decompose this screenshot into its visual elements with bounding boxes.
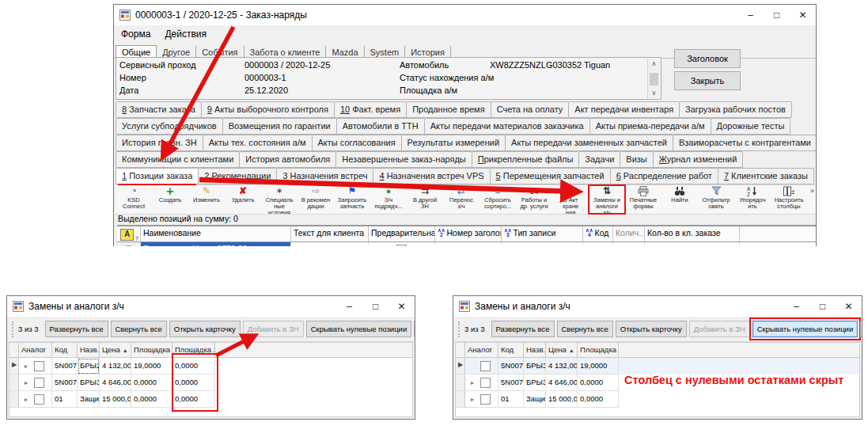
toolbar-button-to-recommendation-arrow[interactable]: ⇨В рекомен дации (298, 185, 334, 214)
menu-item-Действия[interactable]: Действия (157, 27, 214, 41)
toolbar-button-binoculars[interactable]: Найти (661, 185, 698, 214)
parts-row[interactable]: ▶5N007...БРЫЗ...4 132,0019,0000 (456, 358, 859, 374)
maximize-button[interactable]: □ (362, 296, 389, 317)
close-button[interactable]: ✕ (389, 296, 415, 317)
parts-column-header[interactable]: Площадка 1 (131, 343, 172, 357)
grid-column-header[interactable]: Наименование (141, 226, 291, 241)
toolbar-button-works-services[interactable]: ЗчРаботы и др. услуги (516, 185, 552, 214)
detail-tab[interactable]: Счета на оплату (491, 101, 570, 118)
parts-button-скрывать-нулевые-позиции[interactable]: Скрывать нулевые позиции (752, 321, 859, 337)
form-tab[interactable]: История (405, 46, 451, 58)
detail-tab[interactable]: 8 Запчасти заказа (116, 101, 202, 118)
detail-tab[interactable]: Коммуникации с клиентами (116, 151, 240, 168)
parts-button-открыть-карточку[interactable]: Открыть карточку (616, 321, 687, 337)
detail-tab[interactable]: Акты передачи материалов заказчика (424, 118, 590, 135)
detail-tab[interactable]: 2 Рекомендации (198, 168, 277, 184)
parts-column-header[interactable]: Цена▲ (100, 343, 131, 357)
grid-column-header[interactable]: Текст для клиента (291, 226, 369, 241)
detail-tab[interactable]: Акты приема-передачи а/м (589, 118, 711, 135)
detail-tab[interactable]: Акты согласования (312, 135, 402, 151)
side-button-header[interactable]: Заголовок (674, 49, 741, 68)
grid-selected-row[interactable]: ▤Брызговики, Цена: 9779,00 (117, 242, 816, 246)
detail-tab[interactable]: 1 Позиции заказа (116, 168, 199, 184)
toolbar-button-reset-sort-list[interactable]: ≡Сбросить сортиро... (479, 185, 516, 214)
detail-tab[interactable]: 7 Клиентские заказы (718, 168, 814, 184)
detail-tab[interactable]: Результаты измерений (401, 135, 506, 151)
analog-checkbox[interactable] (480, 394, 491, 405)
grid-column-header[interactable]: Предварительная (369, 226, 435, 241)
detail-tab[interactable]: 5 Перемещения запчастей (490, 168, 611, 184)
parts-column-header[interactable]: Площадка 1 (578, 343, 619, 357)
detail-tab[interactable]: Взаиморасчеты с контрагентами (673, 135, 817, 151)
detail-tab[interactable]: Незавершенные заказ-наряды (335, 151, 472, 168)
parts-button-развернуть-все[interactable]: Развернуть все (491, 321, 555, 337)
maximize-button[interactable]: □ (764, 5, 790, 25)
detail-tab[interactable]: История главн. ЗН (116, 135, 203, 151)
parts-close-button[interactable]: Закрыть (414, 321, 415, 337)
detail-tab[interactable]: Услуги субподрядчиков (116, 118, 223, 135)
form-tab[interactable]: Забота о клиенте (244, 46, 327, 58)
grid-corner-cell[interactable]: А7 (117, 226, 141, 241)
detail-tab[interactable]: Акт передачи инвентаря (568, 101, 680, 118)
analog-checkbox[interactable] (34, 361, 44, 371)
expand-arrow-icon[interactable]: ▸ (468, 396, 477, 403)
detail-tab[interactable]: Задачи (578, 151, 620, 168)
parts-close-button[interactable]: Закрыть (860, 321, 862, 337)
toolbar-overflow-chevron[interactable]: » (810, 187, 814, 195)
parts-column-header[interactable]: Цена▲ (546, 343, 578, 357)
toolbar-button-edit-pencil[interactable]: ✎Изменить (188, 185, 225, 214)
parts-column-header[interactable]: Назв... (524, 343, 546, 357)
maximize-button[interactable]: □ (809, 296, 836, 317)
grid-column-header[interactable]: ∧∧3Тип записи (502, 226, 583, 241)
detail-tab[interactable]: Автомобили в ТТН (336, 118, 425, 135)
parts-button-развернуть-все[interactable]: Развернуть все (45, 321, 108, 337)
toolbar-button-ksd-clock[interactable]: ◔KSD Connect (116, 185, 152, 214)
detail-tab[interactable]: 9 Акты выборочного контроля (201, 101, 335, 118)
analog-checkbox[interactable] (480, 361, 491, 371)
toolbar-button-contractor-ball[interactable]: ●З/ч подрядч... (370, 185, 407, 214)
parts-button-свернуть-все[interactable]: Свернуть все (111, 321, 167, 337)
detail-tab[interactable]: Загрузка рабочих постов (679, 101, 792, 118)
grid-column-header[interactable]: Колич... (613, 226, 645, 241)
expand-arrow-icon[interactable]: ▸ (21, 396, 31, 403)
parts-column-header[interactable]: Аналог (19, 343, 52, 357)
parts-column-header[interactable]: Аналог (465, 343, 498, 357)
parts-button-свернуть-все[interactable]: Свернуть все (557, 321, 613, 337)
detail-tab[interactable]: 6 Распределение работ (610, 168, 718, 184)
parts-column-header[interactable]: Код (498, 343, 524, 357)
minimize-button[interactable]: – (783, 296, 809, 317)
form-tab[interactable]: Другое (157, 46, 196, 58)
grid-column-header[interactable]: ∧∧2Номер заголовка (435, 226, 502, 241)
detail-tab[interactable]: Акты тех. состояния а/м (203, 135, 313, 151)
detail-tab[interactable]: 4 Назначения встреч VPS (373, 168, 490, 184)
detail-tab[interactable]: Акты передачи замененных запчастей (505, 135, 673, 151)
toolbar-button-transfer-part[interactable]: ⇄Перенос з/ч (443, 185, 479, 214)
expand-arrow-icon[interactable]: ▸ (21, 379, 31, 386)
parts-button-открыть-карточку[interactable]: Открыть карточку (169, 321, 241, 337)
analog-checkbox[interactable] (480, 378, 491, 388)
grid-column-header[interactable]: ∧∧4Код (583, 226, 613, 241)
form-tab[interactable]: System (365, 46, 406, 58)
form-tab[interactable]: События (196, 46, 244, 58)
detail-tab[interactable]: Журнал изменений (653, 151, 744, 168)
expand-arrow-icon[interactable]: ▸ (468, 379, 477, 386)
toolbar-button-columns-setup[interactable]: ±Настроить столбцы (771, 185, 807, 214)
toolbar-button-create-plus[interactable]: +Создать (152, 185, 188, 214)
parts-row[interactable]: ▸01Защи...15 000,000,0000 (456, 391, 859, 408)
toolbar-button-delete-x[interactable]: ✘Удалить (225, 185, 261, 214)
minimize-button[interactable]: – (336, 296, 362, 317)
grid-column-header[interactable]: Кол-во в кл. заказе (645, 226, 740, 241)
close-button[interactable]: ✕ (790, 5, 816, 25)
parts-column-header[interactable]: Назв... (78, 343, 100, 357)
parts-button-скрывать-нулевые-позиции[interactable]: Скрывать нулевые позиции (306, 321, 412, 337)
detail-tab[interactable]: Прикрепленные файлы (472, 151, 580, 168)
form-tab[interactable]: Mazda (326, 46, 364, 58)
preliminary-checkbox[interactable] (396, 245, 407, 246)
detail-tab[interactable]: Проданное время (406, 101, 491, 118)
toolbar-button-replacements-swap[interactable]: ⇅Замены и аналоги з/ч (589, 185, 625, 214)
side-button-close[interactable]: Закрыть (674, 71, 741, 90)
expand-arrow-icon[interactable]: ▸ (21, 363, 31, 370)
menu-item-Форма[interactable]: Форма (114, 27, 157, 41)
toolbar-button-printer[interactable]: Печатные формы (625, 185, 661, 214)
close-button[interactable]: ✕ (836, 296, 862, 317)
